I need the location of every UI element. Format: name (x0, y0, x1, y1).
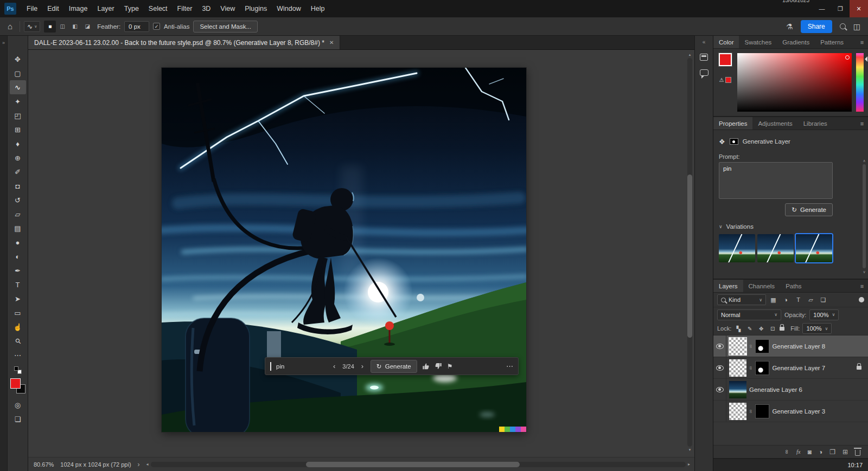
filter-adjustment-layers-icon[interactable]: ◑ (781, 295, 791, 305)
hue-slider-marker[interactable] (862, 56, 867, 62)
add-layer-mask-icon[interactable]: ◙ (808, 448, 812, 456)
lock-all-icon[interactable] (780, 327, 784, 331)
select-and-mask-button[interactable]: Select and Mask... (193, 21, 258, 33)
generate-button[interactable]: ↻ Generate (785, 203, 833, 216)
history-brush-tool[interactable]: ↺ (10, 193, 26, 207)
panel-menu-icon[interactable]: ≡ (856, 280, 868, 292)
horizontal-scrollbar[interactable]: ◂ ▸ (146, 461, 690, 468)
beta-flask-icon[interactable]: ⚗ (786, 22, 793, 31)
menu-3d[interactable]: 3D (197, 0, 215, 17)
canvas-area[interactable]: pin ‹ 3/24 › ↻ Generate (28, 50, 694, 457)
crop-tool[interactable]: ◰ (10, 108, 26, 122)
layer-visibility-toggle[interactable] (713, 401, 726, 422)
foreground-color-swatch[interactable] (719, 53, 732, 66)
canvas-artwork[interactable]: pin ‹ 3/24 › ↻ Generate (162, 68, 526, 432)
photoshop-logo[interactable]: Ps (4, 3, 16, 15)
layer-thumbnail[interactable] (729, 381, 746, 398)
share-button[interactable]: Share (801, 20, 832, 33)
tab-layers[interactable]: Layers (713, 280, 743, 292)
tab-properties[interactable]: Properties (713, 117, 752, 130)
menu-plugins[interactable]: Plugins (240, 0, 272, 17)
tab-paths[interactable]: Paths (780, 280, 807, 292)
filter-type-layers-icon[interactable]: T (793, 295, 803, 305)
more-options-icon[interactable]: ⋯ (506, 362, 513, 370)
scrollbar-thumb[interactable] (306, 462, 520, 467)
restore-button[interactable]: ❐ (831, 0, 850, 17)
scroll-down-icon[interactable]: ∨ (863, 269, 865, 274)
foreground-color-swatch[interactable] (10, 378, 21, 389)
rectangle-tool[interactable]: ▭ (10, 306, 26, 320)
subtract-from-selection-button[interactable]: ◧ (69, 21, 81, 33)
blend-mode-select[interactable]: Normal ∨ (717, 309, 781, 320)
layer-row[interactable]: ∞Generative Layer 8 (713, 335, 868, 357)
filter-smart-objects-icon[interactable]: ❏ (818, 295, 828, 305)
variations-header[interactable]: ∨ Variations (719, 223, 868, 230)
spot-healing-brush-tool[interactable]: ⊕ (10, 151, 26, 165)
filter-kind-dropdown[interactable]: Kind ∨ (717, 294, 766, 305)
scroll-up-icon[interactable]: ▴ (689, 52, 691, 57)
eraser-tool[interactable]: ▱ (10, 207, 26, 221)
home-icon[interactable]: ⌂ (4, 22, 16, 31)
screen-mode-button[interactable]: ❏ (10, 412, 26, 426)
add-to-selection-button[interactable]: ◫ (56, 21, 68, 33)
scroll-down-icon[interactable]: ▾ (689, 447, 691, 453)
thumbs-down-icon[interactable] (435, 363, 442, 370)
toolbar-collapse-rail[interactable]: » (0, 36, 8, 471)
layer-thumbnail[interactable] (729, 359, 746, 377)
layer-mask-thumbnail[interactable] (755, 339, 769, 353)
lock-image-icon[interactable]: ✎ (745, 324, 754, 333)
clone-stamp-tool[interactable]: ◘ (10, 179, 26, 193)
properties-scrollbar[interactable]: ∧ ∨ (861, 158, 867, 274)
path-selection-tool[interactable]: ➤ (10, 292, 26, 306)
opacity-input[interactable]: 100% ∨ (809, 309, 839, 320)
layer-row[interactable]: ∞Generative Layer 7 (713, 357, 868, 379)
blur-tool[interactable]: ● (10, 235, 26, 249)
layer-visibility-toggle[interactable] (713, 379, 726, 400)
tab-libraries[interactable]: Libraries (798, 117, 833, 130)
hue-slider[interactable] (856, 53, 864, 112)
filter-pixel-layers-icon[interactable]: ▦ (768, 295, 778, 305)
previous-variation-button[interactable]: ‹ (331, 362, 337, 370)
panel-toggle-icon[interactable]: ◫ (853, 22, 860, 31)
zoom-level[interactable]: 80.67% (34, 461, 54, 468)
variation-thumbnail[interactable] (719, 234, 755, 262)
dodge-tool[interactable]: ◐ (10, 249, 26, 263)
generative-taskbar[interactable]: pin ‹ 3/24 › ↻ Generate (265, 357, 519, 375)
intersect-selection-button[interactable]: ◪ (81, 21, 93, 33)
object-selection-tool[interactable]: ✦ (10, 94, 26, 108)
tab-patterns[interactable]: Patterns (815, 36, 849, 48)
gamut-color-swatch[interactable] (725, 77, 731, 83)
new-layer-icon[interactable]: ⊞ (843, 448, 848, 456)
scrollbar-thumb[interactable] (863, 164, 866, 268)
scroll-up-icon[interactable]: ∧ (863, 158, 865, 163)
panel-menu-icon[interactable]: ≡ (856, 117, 868, 130)
menu-image[interactable]: Image (64, 0, 93, 17)
next-variation-button[interactable]: › (359, 362, 366, 370)
tool-preset-picker[interactable]: ∿ ∨ (24, 21, 40, 32)
menu-select[interactable]: Select (144, 0, 173, 17)
tab-gradients[interactable]: Gradients (777, 36, 815, 48)
feather-input[interactable]: 0 px (124, 21, 149, 32)
panel-menu-icon[interactable]: ≡ (856, 36, 868, 48)
lock-position-icon[interactable]: ✥ (757, 324, 765, 333)
layer-thumbnail[interactable] (729, 338, 746, 355)
layer-visibility-toggle[interactable] (713, 335, 726, 357)
lasso-tool[interactable]: ∿ (10, 80, 26, 94)
variation-thumbnail[interactable] (796, 234, 832, 262)
scrollbar-track[interactable] (151, 462, 686, 467)
quick-mask-button[interactable]: ◎ (10, 398, 26, 412)
menu-edit[interactable]: Edit (42, 0, 64, 17)
collapsed-panel-icon[interactable] (700, 54, 708, 61)
brush-tool[interactable]: ✐ (10, 165, 26, 179)
filter-shape-layers-icon[interactable]: ▱ (806, 295, 816, 305)
layer-row[interactable]: Generative Layer 6 (713, 379, 868, 401)
tab-color[interactable]: Color (713, 36, 739, 48)
tab-adjustments[interactable]: Adjustments (752, 117, 797, 130)
variation-thumbnail[interactable] (757, 234, 794, 262)
lock-transparency-icon[interactable]: ▚ (734, 324, 743, 333)
menu-type[interactable]: Type (119, 0, 144, 17)
prompt-textarea[interactable]: pin (719, 162, 833, 199)
search-icon[interactable] (840, 23, 846, 29)
menu-filter[interactable]: Filter (173, 0, 197, 17)
scrollbar-track[interactable] (687, 58, 692, 447)
